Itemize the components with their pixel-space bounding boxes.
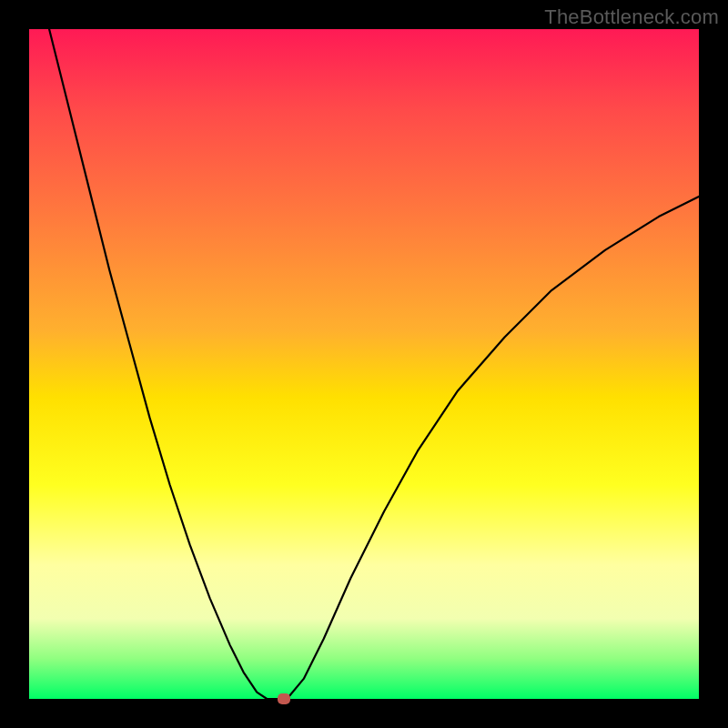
bottleneck-curve bbox=[29, 29, 699, 699]
chart-frame: TheBottleneck.com bbox=[0, 0, 728, 728]
optimal-point-marker bbox=[278, 693, 290, 704]
watermark-text: TheBottleneck.com bbox=[544, 5, 719, 29]
curve-path bbox=[49, 29, 699, 699]
